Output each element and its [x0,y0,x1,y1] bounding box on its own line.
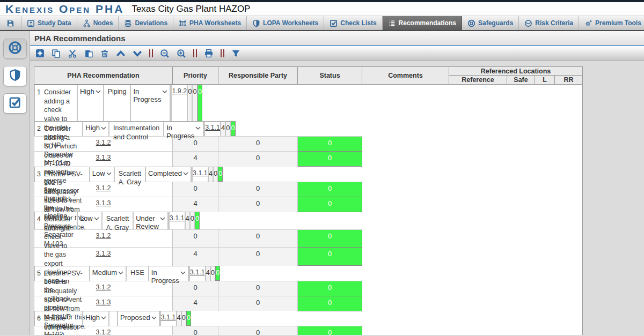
table-row: 3Ensure PSV-102 is adequately sized to v… [34,167,173,182]
nav-lopa-worksheets[interactable]: LOPA Worksheets [247,16,324,30]
left-sidebar [0,31,30,335]
priority-value: Medium [92,268,117,277]
move-up-icon[interactable] [116,50,126,57]
status-cell: Completed [145,167,191,182]
nav-safeguards[interactable]: Safeguards [462,16,519,30]
status-cell: Proposed [118,311,159,326]
sidebar-lopa-button[interactable] [3,66,27,86]
nav-label: Recommendations [399,19,456,27]
nav-risk-criteria[interactable]: Risk Criteria [519,16,579,30]
print-icon[interactable] [204,49,214,58]
table-area: PHA Recommendation Priority Responsible … [30,61,644,335]
priority-select[interactable]: High [83,122,108,132]
nav-nodes[interactable]: Nodes [77,16,119,30]
status-select[interactable]: Under Review [134,212,167,230]
recommendation-cell[interactable]: 3Ensure PSV-102 is adequately sized to v… [34,167,90,182]
nav-check-lists[interactable]: Check Lists [324,16,382,30]
add-button[interactable] [35,49,45,58]
nav-study-data[interactable]: Study Data [21,16,77,30]
paste-icon[interactable] [84,49,93,58]
save-button[interactable] [0,16,21,30]
responsible-cell[interactable] [109,311,118,326]
status-select[interactable]: In Progress [149,266,188,285]
cut-icon[interactable] [68,49,77,58]
reference-link[interactable]: 3.1.2 [96,328,111,335]
priority-select[interactable]: Low [90,167,114,177]
zoom-in-icon[interactable] [177,49,186,58]
recommendation-cell[interactable]: 4Consider adding a check valve to the ga… [34,212,77,229]
priority-cell: High [77,85,104,121]
rr-value: 0 [231,121,236,136]
reference-link[interactable]: 3.1.3 [96,154,111,161]
priority-select[interactable]: High [78,85,103,95]
priority-cell: High [83,121,109,136]
l-value: 0 [218,182,298,197]
ref-subrow: 3.1.3 4 0 0 [34,197,583,212]
status-cell: In Progress [149,266,188,281]
col-comments: Comments [362,67,449,85]
reference-link[interactable]: 3.1.1 [193,169,208,177]
reference-link[interactable]: 3.1.3 [96,199,111,207]
nav-recommendations[interactable]: Recommendations [383,16,462,30]
status-select[interactable]: In Progress [164,122,203,140]
recommendation-cell[interactable]: 5Ensure PSV-104B is adequately sized to … [34,266,90,281]
copy-icon[interactable] [52,49,61,58]
priority-value: High [85,313,100,322]
reference-link[interactable]: 3.1.3 [96,298,111,306]
sidebar-checklists-button[interactable] [3,93,27,114]
nav-premium-tools[interactable]: Premium Tools [579,16,644,30]
reference-link[interactable]: 3.1.2 [96,184,111,192]
priority-select[interactable]: High [83,311,108,322]
delete-icon[interactable] [100,49,109,58]
safe-value: 4 [173,296,218,311]
reference-link[interactable]: 3.1.1 [205,124,220,131]
rr-value: 0 [298,326,362,335]
reference-link[interactable]: 3.1.1 [161,313,176,321]
reference-link[interactable]: 1.9.2 [172,87,187,95]
col-referenced-locations: Referenced Locations [449,67,583,76]
recommendation-cell[interactable]: 6Ensure compressor control room is situa… [34,311,83,326]
safe-value: 4 [221,121,225,136]
status-select[interactable]: Proposed [118,311,159,322]
sidebar-safeguards-button[interactable] [3,39,27,59]
recommendation-cell[interactable]: 2Consider adding a SDV which closes on P… [34,121,83,136]
title-bar: Kenexis Open PHA Texas City Gas Plant HA… [0,2,644,16]
responsible-cell[interactable]: HSE [126,266,149,281]
reference-link[interactable]: 3.1.3 [96,250,111,257]
priority-cell: High [83,311,109,326]
sphere-icon [524,19,532,27]
reference-link[interactable]: 3.1.1 [190,268,205,276]
filter-icon[interactable] [231,49,240,58]
priority-select[interactable]: Low [78,212,101,222]
priority-select[interactable]: Medium [90,266,126,277]
safe-value: 4 [208,167,213,182]
l-value: 0 [225,121,230,136]
gears-icon [584,19,592,27]
recommendation-cell[interactable]: 1Consider adding a check valve to the in… [34,85,77,121]
nav-label: PHA Worksheets [189,19,241,27]
rr-value: 0 [186,311,191,326]
l-value: 0 [181,311,186,326]
move-down-icon[interactable] [133,50,142,57]
reference-link[interactable]: 3.1.2 [96,232,111,240]
responsible-cell[interactable]: Piping [104,85,131,121]
reference-link[interactable]: 3.1.1 [170,214,185,222]
ref-subrow: 3.1.3 4 0 0 [34,296,583,311]
responsible-cell[interactable]: Instrumentation and Control [109,121,164,136]
safe-value: 4 [173,197,218,212]
nav-deviations[interactable]: Deviations [119,16,173,30]
study-title: Texas City Gas Plant HAZOP [131,4,250,14]
table-row: 6Ensure compressor control room is situa… [34,311,173,326]
status-select[interactable]: In Progress [131,85,170,103]
priority-cell: Low [90,167,114,182]
nav-pha-worksheets[interactable]: PHA Worksheets [173,16,247,30]
reference-link[interactable]: 3.1.2 [96,283,111,291]
safe-value: 0 [187,85,192,121]
status-select[interactable]: Completed [146,167,191,177]
col-status: Status [298,67,362,85]
responsible-cell[interactable]: Scarlett A. Gray [102,212,133,229]
responsible-cell[interactable]: Scarlett A. Gray [114,167,145,182]
reference-link[interactable]: 3.1.2 [96,139,111,146]
zoom-out-icon[interactable] [160,49,170,58]
l-value: 0 [218,248,298,266]
